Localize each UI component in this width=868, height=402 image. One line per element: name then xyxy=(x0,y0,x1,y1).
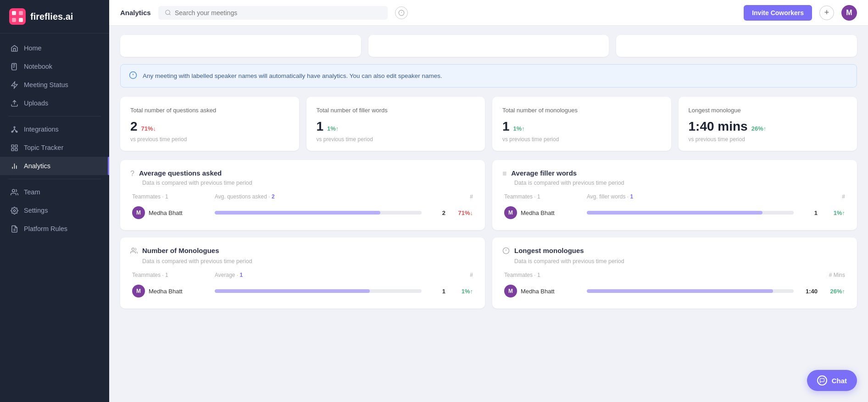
teammate-cell-4: M Medha Bhatt xyxy=(504,285,587,297)
stat-questions-sub: vs previous time period xyxy=(130,136,289,143)
panel-avg-questions-row: M Medha Bhatt 2 71%↓ xyxy=(130,204,475,221)
stat-card-filler: Total number of filler words 1 1%↑ vs pr… xyxy=(306,97,485,151)
bar-fill-2 xyxy=(587,211,762,215)
chat-button[interactable]: Chat xyxy=(807,370,857,391)
panel-longest-monologues: Longest monologues Data is compared with… xyxy=(492,237,857,308)
pct-up-3: 1%↑ xyxy=(462,288,473,295)
search-input[interactable] xyxy=(175,9,381,17)
teammate-avatar-2: M xyxy=(504,206,517,219)
teammate-cell-2: M Medha Bhatt xyxy=(504,206,587,219)
sidebar-item-uploads[interactable]: Uploads xyxy=(0,94,109,112)
search-bar[interactable] xyxy=(158,6,388,20)
panel-avg-filler: ≡ Average filler words Data is compared … xyxy=(492,160,857,230)
sidebar-item-meeting-status[interactable]: Meeting Status xyxy=(0,76,109,94)
teammate-cell: M Medha Bhatt xyxy=(132,206,215,219)
sidebar-item-home[interactable]: Home xyxy=(0,39,109,57)
panel-longest-monologues-table-header: Teammates · 1 # Mins xyxy=(502,272,847,278)
stat-monologues-label: Total number of monologues xyxy=(502,107,661,114)
pct-cell: 71%↓ xyxy=(445,209,473,217)
pct-cell-4: 26%↑ xyxy=(818,287,845,295)
nav-divider-2 xyxy=(8,179,101,179)
svg-rect-4 xyxy=(19,18,23,22)
num-cell-2: 1 xyxy=(799,209,818,216)
notebook-icon xyxy=(10,62,18,71)
top-card-1 xyxy=(120,35,361,57)
info-banner-icon xyxy=(129,71,137,81)
sidebar-item-notebook-label: Notebook xyxy=(24,63,52,70)
sidebar-item-analytics[interactable]: Analytics xyxy=(0,157,109,175)
num-cell-4: 1:40 xyxy=(799,288,818,295)
stat-card-longest: Longest monologue 1:40 mins 26%↑ vs prev… xyxy=(679,97,857,151)
pct-cell-3: 1%↑ xyxy=(445,287,473,295)
invite-coworkers-button[interactable]: Invite Coworkers xyxy=(744,5,812,21)
panel-avg-filler-subtitle: Data is compared with previous time peri… xyxy=(514,180,847,186)
panel-longest-monologues-row: M Medha Bhatt 1:40 26%↑ xyxy=(502,283,847,299)
topic-tracker-icon xyxy=(10,143,18,152)
teammate-name-2: Medha Bhatt xyxy=(521,209,555,216)
teammate-avatar: M xyxy=(132,206,145,219)
avatar[interactable]: M xyxy=(841,5,857,21)
home-icon xyxy=(10,44,18,52)
pct-up-2: 1%↑ xyxy=(834,209,845,216)
sidebar-item-home-label: Home xyxy=(24,44,42,52)
sidebar-item-settings[interactable]: Settings xyxy=(0,201,109,220)
stat-longest-pct: 26%↑ xyxy=(751,125,767,132)
stat-card-questions: Total number of questions asked 2 71%↓ v… xyxy=(120,97,299,151)
col-header-hash: # xyxy=(455,193,473,200)
longest-monologues-icon xyxy=(502,247,510,256)
search-icon xyxy=(165,9,171,16)
fireflies-logo-icon xyxy=(9,8,26,25)
stat-longest-label: Longest monologue xyxy=(689,107,847,114)
sidebar-item-team[interactable]: Team xyxy=(0,183,109,201)
sidebar-item-settings-label: Settings xyxy=(24,207,48,214)
svg-point-33 xyxy=(132,248,134,250)
sidebar-item-uploads-label: Uploads xyxy=(24,99,48,107)
platform-rules-icon xyxy=(10,225,18,233)
bar-cell-4 xyxy=(587,289,799,293)
sidebar-item-integrations[interactable]: Integrations xyxy=(0,120,109,138)
svg-point-21 xyxy=(12,189,15,192)
stats-row: Total number of questions asked 2 71%↓ v… xyxy=(120,97,857,151)
panels-row-2: Number of Monologues Data is compared wi… xyxy=(120,237,857,308)
col-header-hash-2: # xyxy=(827,193,845,200)
question-mark-icon: ? xyxy=(130,170,134,178)
pct-up-4: 26%↑ xyxy=(830,288,845,295)
panel-avg-questions-header: ? Average questions asked xyxy=(130,169,475,178)
svg-rect-2 xyxy=(19,11,23,15)
info-banner: Any meeting with labelled speaker names … xyxy=(120,64,857,88)
bar-cell xyxy=(215,211,427,215)
svg-rect-1 xyxy=(12,11,16,15)
col-header-teammates-4: Teammates · 1 xyxy=(504,272,587,278)
col-header-teammates-3: Teammates · 1 xyxy=(132,272,215,278)
sidebar-nav: Home Notebook Meeting Status Uploads xyxy=(0,33,109,402)
bar-cell-3 xyxy=(215,289,427,293)
col-header-teammates-2: Teammates · 1 xyxy=(504,193,587,200)
num-cell: 2 xyxy=(427,209,445,216)
panel-num-monologues-table-header: Teammates · 1 Average · 1 # xyxy=(130,272,475,278)
panel-avg-filler-header: ≡ Average filler words xyxy=(502,169,847,178)
sidebar-item-topic-tracker[interactable]: Topic Tracker xyxy=(0,138,109,157)
bar-track-4 xyxy=(587,289,794,293)
bar-track-2 xyxy=(587,211,794,215)
sidebar: fireflies.ai Home Notebook Meeting Statu… xyxy=(0,0,109,402)
info-button[interactable] xyxy=(395,6,408,19)
analytics-icon xyxy=(10,162,18,170)
page-title: Analytics xyxy=(120,9,151,17)
panel-longest-monologues-title: Longest monologues xyxy=(514,247,584,254)
panel-avg-filler-row: M Medha Bhatt 1 1%↑ xyxy=(502,204,847,221)
panel-avg-questions-subtitle: Data is compared with previous time peri… xyxy=(142,180,475,186)
bar-track-3 xyxy=(215,289,422,293)
stat-card-monologues: Total number of monologues 1 1%↑ vs prev… xyxy=(492,97,671,151)
bar-fill-4 xyxy=(587,289,773,293)
panel-longest-monologues-subtitle: Data is compared with previous time peri… xyxy=(514,258,847,264)
sidebar-item-platform-rules[interactable]: Platform Rules xyxy=(0,220,109,238)
stat-filler-number: 1 xyxy=(317,119,324,134)
svg-rect-17 xyxy=(15,148,17,150)
stat-monologues-value-row: 1 1%↑ xyxy=(502,119,661,134)
panel-longest-monologues-header: Longest monologues xyxy=(502,247,847,256)
col-header-hash-3: # xyxy=(455,272,473,278)
sidebar-item-notebook[interactable]: Notebook xyxy=(0,57,109,76)
meeting-status-icon xyxy=(10,81,18,89)
add-button[interactable]: + xyxy=(819,6,834,20)
stat-questions-label: Total number of questions asked xyxy=(130,107,289,114)
